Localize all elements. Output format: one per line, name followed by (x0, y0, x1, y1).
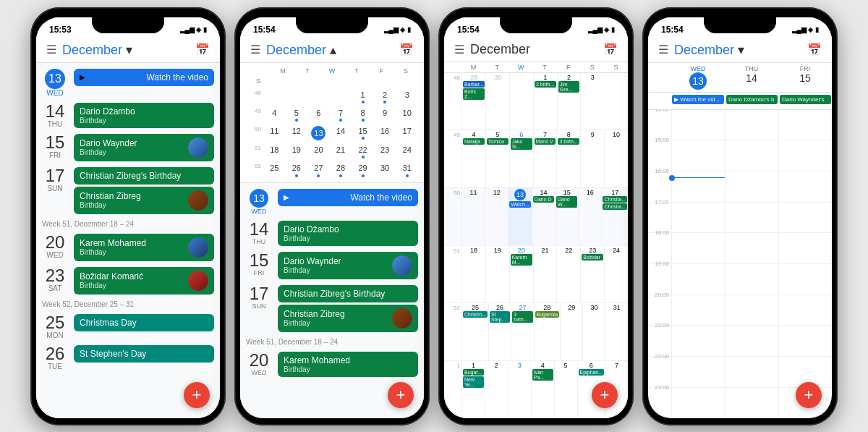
event-dario-dzambo-p2[interactable]: Dario Džambo Birthday (278, 221, 418, 246)
header-title-3: December (470, 42, 603, 57)
status-icons-4: ▂▄▆ ◈ ▮ (792, 26, 819, 33)
event-ivan-pa[interactable]: Ivan Pa... (532, 369, 553, 381)
event-boris[interactable]: Boris Z... (463, 88, 485, 100)
event-jim-gre[interactable]: Jim Gre... (558, 81, 580, 93)
event-title-ststephens-p1: St Stephen's Day (80, 349, 146, 359)
event-2births[interactable]: 2 birth... (535, 81, 556, 88)
event-mario-v[interactable]: Mario V (535, 138, 556, 145)
time-row-21: 21:00 (648, 326, 832, 357)
event-watch-week[interactable]: Watch... (509, 201, 530, 208)
time-row-15: 15:00 (648, 140, 832, 171)
menu-icon-4[interactable]: ☰ (658, 43, 668, 56)
date-row-15-p1: 15 Fri Dario Waynder Birthday (36, 131, 220, 164)
event-christian-p2[interactable]: Christian Zibreg Birthday (278, 305, 418, 332)
threeday-header-4: Wed 13 Thu 14 Fri 15 (648, 63, 832, 93)
event-3births-w[interactable]: 3 birth... (512, 311, 532, 323)
event-bugar2[interactable]: Bugar... (463, 369, 484, 376)
event-ststep-week[interactable]: St Step... (490, 311, 510, 323)
wd-m: M (271, 66, 295, 76)
event-christmas-p1[interactable]: Christmas Day (74, 314, 214, 331)
date-label-17-p1: 17 Sun (42, 167, 68, 192)
event-dario-d-week[interactable]: Dario D (533, 196, 554, 203)
wh-f: F (556, 64, 580, 71)
event-avatar-bozidar-p1 (188, 271, 208, 291)
events-col-17-p1: Christian Zibreg's Birthday Christian Zi… (74, 167, 214, 214)
calendar-icon-2[interactable]: 📅 (399, 43, 414, 56)
time-row-18: 18:00 (648, 233, 832, 264)
event-bozidar-week[interactable]: Božidar (582, 254, 603, 261)
event-christian-bday-p1[interactable]: Christian Zibreg's Birthday (74, 167, 214, 185)
fab-2[interactable]: + (388, 382, 414, 408)
event-epiphan[interactable]: Epiphan... (579, 369, 605, 376)
event-natalja[interactable]: Natalja (463, 138, 485, 145)
phone-4: 15:54 ▂▄▆ ◈ ▮ ☰ December ▾ 📅 Wed 13 Thu (642, 7, 838, 425)
event-christian-week2[interactable]: Christia... (603, 203, 627, 210)
app-header-1: ☰ December ▾ 📅 (36, 38, 220, 63)
event-christian-bday-p2[interactable]: Christian Zibreg's Birthday (278, 285, 418, 302)
event-christian-p1[interactable]: Christian Zibreg Birthday (74, 187, 214, 214)
event-tomica[interactable]: Tomica (487, 138, 509, 145)
date-day-25-p1: Mon (42, 331, 68, 339)
date-row-25-p1: 25 Mon Christmas Day (36, 311, 220, 342)
date-day-15-p1: Fri (42, 151, 68, 159)
fab-3[interactable]: + (592, 382, 618, 408)
event-title-karem-p2: Karem Mohamed (284, 355, 350, 365)
date-row-13-p1: 13 Wed ▶ Watch the video (36, 66, 220, 100)
date-row-23-p1: 23 Sat Božidar Komarić Birthday (36, 264, 220, 297)
event-jako-si[interactable]: Jako Si... (511, 138, 532, 150)
wh-m: M (461, 64, 485, 71)
fab-4[interactable]: + (796, 382, 822, 408)
event-dario-waynder-p2[interactable]: Dario Waynder Birthday (278, 252, 418, 279)
event-bozidar-p1[interactable]: Božidar Komarić Birthday (74, 267, 214, 295)
calendar-icon-1[interactable]: 📅 (195, 43, 210, 56)
fab-1[interactable]: + (184, 382, 210, 408)
calendar-icon-4[interactable]: 📅 (807, 43, 822, 56)
events-col-14-p2: Dario Džambo Birthday (278, 221, 418, 246)
event-ststephens-p1[interactable]: St Stephen's Day (74, 345, 214, 363)
date-day-20-p2: Wed (246, 369, 272, 376)
events-col-23-p1: Božidar Komarić Birthday (74, 267, 214, 295)
event-dario-w-week[interactable]: Dario W... (556, 196, 577, 208)
event-karem-week[interactable]: Karem M... (511, 254, 532, 266)
menu-icon-2[interactable]: ☰ (250, 43, 260, 56)
week-row-48: 48 29 Barbar... Boris Z... 30 1 2 birth.… (444, 73, 628, 131)
menu-icon-3[interactable]: ☰ (454, 43, 464, 56)
screen-2: 15:54 ▂▄▆ ◈ ▮ ☰ December ▴ 📅 M T W T F S (240, 17, 424, 418)
date-num-13-p2: 13 (250, 189, 268, 208)
event-barbara[interactable]: Barbar... (463, 81, 485, 88)
event-dario-waynder-p1[interactable]: Dario Waynder Birthday (74, 134, 214, 161)
event-karem-p2[interactable]: Karem Mohamed Birthday (278, 352, 418, 377)
event-sub-waynder-p2: Birthday (284, 266, 341, 274)
event-watch-video-p1[interactable]: ▶ Watch the video (74, 69, 214, 86)
event-christian-week1[interactable]: Christia... (603, 196, 627, 203)
date-day-26-p1: Tue (42, 363, 68, 370)
header-title-2: December ▴ (266, 42, 399, 58)
date-label-13-p2: 13 Wed (246, 189, 272, 215)
date-day-20-p1: Wed (42, 251, 68, 259)
events-list-1: 13 Wed ▶ Watch the video 14 Thu (36, 63, 220, 418)
allday-dario-w[interactable]: Dario Waynder's (780, 95, 831, 104)
event-watch-video-p2[interactable]: ▶ Watch the video (278, 189, 418, 206)
event-dario-dzambo-p1[interactable]: Dario Džambo Birthday (74, 103, 214, 128)
status-time-3: 15:54 (457, 25, 480, 35)
allday-dario-b[interactable]: Dario Džambo's b (726, 95, 778, 104)
date-day-17-p2: Sun (246, 302, 272, 310)
event-newyear[interactable]: New Ye... (463, 376, 484, 388)
status-time-1: 15:53 (49, 25, 72, 35)
date-label-26-p1: 26 Tue (42, 345, 68, 370)
event-christmas-week[interactable]: Christm... (463, 311, 488, 318)
date-label-20-p1: 20 Wed (42, 234, 68, 259)
menu-icon-1[interactable]: ☰ (46, 43, 56, 56)
event-3births[interactable]: 3 birth... (558, 138, 579, 145)
calendar-icon-3[interactable]: 📅 (603, 43, 618, 56)
time-row-16: 16:00 (648, 171, 832, 203)
allday-watch[interactable]: ▶ Watch the vid... (672, 95, 724, 104)
date-num-25-p1: 25 (42, 314, 68, 331)
event-karem-p1[interactable]: Karem Mohamed Birthday (74, 234, 214, 261)
week-header-3: M T W T F S S (444, 62, 628, 73)
status-icons-2: ▂▄▆ ◈ ▮ (384, 26, 411, 33)
col-wed-num: 13 (689, 72, 707, 90)
wd-f: F (369, 66, 393, 76)
event-bugarska[interactable]: Bugarska (535, 311, 560, 318)
date-num-17-p2: 17 (246, 285, 272, 302)
